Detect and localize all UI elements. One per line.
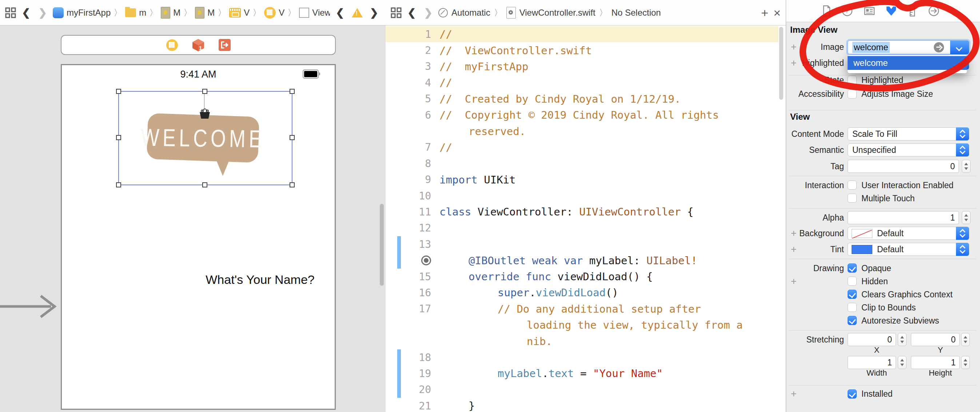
code-line[interactable]: @IBOutlet weak var myLabel: UILabel! [386, 252, 778, 268]
alpha-stepper[interactable] [962, 211, 970, 224]
image-combobox-value[interactable]: welcome [852, 42, 890, 53]
code-line[interactable]: 12 [386, 220, 778, 236]
code-line[interactable]: 3// myFirstApp [386, 59, 778, 75]
alpha-field[interactable]: 1 [848, 211, 959, 224]
jump-to-image-icon[interactable] [934, 42, 944, 53]
tint-color-well[interactable] [851, 245, 872, 254]
first-responder-icon[interactable]: 1 [192, 38, 205, 52]
code-line[interactable]: 7// [386, 139, 778, 155]
breadcrumb-item-view[interactable]: View [299, 8, 330, 18]
forward-chevron-icon[interactable]: ❯ [422, 6, 434, 19]
stretching-x-stepper[interactable] [898, 333, 907, 346]
entry-point-arrow[interactable] [0, 290, 62, 323]
file-inspector-icon[interactable] [820, 5, 833, 17]
image-view-selection[interactable] [118, 91, 293, 185]
image-combobox[interactable]: welcome [848, 40, 969, 54]
tag-field[interactable]: 0 [848, 160, 959, 173]
resize-handle[interactable] [202, 182, 207, 187]
breadcrumb-item-m[interactable]: M [161, 7, 180, 19]
identity-inspector-icon[interactable] [863, 5, 876, 17]
canvas-scrollbar[interactable] [380, 204, 384, 286]
code-line[interactable]: 6// Copyright © 2019 Cindy Royal. All ri… [386, 107, 778, 123]
tag-stepper[interactable] [962, 160, 970, 173]
breadcrumb-item-myfirstapp[interactable]: myFirstApp [53, 7, 111, 18]
connections-inspector-icon[interactable] [928, 5, 940, 17]
code-line[interactable]: 9import UIKit [386, 172, 778, 188]
view-controller-icon[interactable] [166, 39, 178, 51]
code-line[interactable]: 20 [386, 382, 778, 398]
resize-handle[interactable] [116, 182, 121, 187]
code-line[interactable]: 13 [386, 236, 778, 252]
resize-handle[interactable] [116, 89, 121, 94]
related-items-icon[interactable] [5, 7, 16, 18]
attributes-inspector-icon[interactable] [885, 5, 897, 17]
dropdown-item-welcome[interactable]: welcome [848, 56, 967, 70]
breadcrumb-item-m[interactable]: M [195, 7, 215, 19]
resize-handle[interactable] [290, 182, 295, 187]
add-editor-button[interactable]: + [761, 7, 768, 18]
stretching-y-field[interactable]: 0 [911, 333, 959, 346]
code-line[interactable]: loading the view, typically from a [386, 317, 778, 333]
size-inspector-icon[interactable] [906, 5, 918, 17]
code-line[interactable]: reserved. [386, 123, 778, 139]
installed-checkbox[interactable] [848, 390, 857, 399]
highlighted-state-checkbox[interactable] [848, 76, 857, 85]
code-line[interactable]: 8 [386, 155, 778, 171]
breadcrumb-item-v[interactable]: V [229, 8, 250, 18]
code-line[interactable]: 10 [386, 188, 778, 204]
forward-chevron-icon[interactable]: ❯ [36, 6, 49, 19]
background-color-well[interactable] [851, 229, 872, 238]
resize-handle[interactable] [290, 89, 295, 94]
drawing-checkbox-2[interactable] [848, 290, 857, 299]
add-variation-button[interactable]: + [789, 387, 798, 400]
adjusts-image-size-checkbox[interactable] [848, 89, 857, 99]
semantic-popup[interactable]: Unspecified [848, 144, 969, 156]
resize-handle[interactable] [202, 89, 207, 94]
stretching-x-field[interactable]: 0 [848, 333, 896, 346]
jump-bar-selection[interactable]: No Selection [611, 8, 661, 18]
drawing-checkbox-1[interactable] [848, 276, 857, 286]
stretching-width-stepper[interactable] [898, 356, 907, 369]
stretching-height-stepper[interactable] [961, 356, 970, 369]
code-line[interactable]: 15override func viewDidLoad() { [386, 268, 778, 284]
code-line[interactable]: nib. [386, 333, 778, 349]
content-mode-popup[interactable]: Scale To Fill [848, 128, 969, 141]
drawing-checkbox-4[interactable] [848, 316, 857, 325]
code-lines[interactable]: 1//2// ViewController.swift3// myFirstAp… [386, 26, 778, 412]
resize-handle[interactable] [290, 135, 295, 140]
stretching-width-field[interactable]: 1 [848, 356, 896, 369]
quick-help-inspector-icon[interactable]: ? [841, 5, 853, 17]
previous-issue-icon[interactable]: ❮ [334, 6, 346, 19]
drawing-checkbox-0[interactable] [848, 263, 857, 273]
combobox-dropdown-icon[interactable] [950, 40, 969, 54]
next-issue-icon[interactable]: ❯ [368, 6, 380, 19]
interaction-checkbox-1[interactable] [848, 194, 857, 203]
warning-icon[interactable] [352, 8, 363, 18]
code-line[interactable]: 21} [386, 398, 778, 412]
jump-bar-scope[interactable]: Automatic [452, 8, 490, 18]
counterpart-icon[interactable] [438, 8, 448, 18]
breadcrumb-item-m[interactable]: m [125, 8, 146, 18]
code-line[interactable]: 16super.viewDidLoad() [386, 284, 778, 301]
back-chevron-icon[interactable]: ❮ [405, 6, 418, 19]
code-scrollbar[interactable] [779, 27, 783, 100]
code-line[interactable]: 1// [386, 26, 778, 42]
background-popup[interactable]: Default [848, 227, 969, 240]
jump-bar-file[interactable]: ViewController.swift [519, 8, 595, 18]
close-editor-button[interactable]: × [773, 7, 781, 18]
code-line[interactable]: 11class ViewController: UIViewController… [386, 204, 778, 220]
resize-handle[interactable] [116, 135, 121, 140]
code-line[interactable]: 2// ViewController.swift [386, 42, 778, 58]
breadcrumb-item-v[interactable]: V [264, 7, 285, 19]
name-label[interactable]: What's Your Name? [123, 273, 386, 287]
stretching-y-stepper[interactable] [961, 333, 970, 346]
stretching-height-field[interactable]: 1 [911, 356, 959, 369]
outlet-connection-icon[interactable] [421, 256, 431, 265]
back-chevron-icon[interactable]: ❮ [20, 6, 32, 19]
code-line[interactable]: 19myLabel.text = "Your Name" [386, 366, 778, 382]
drawing-checkbox-3[interactable] [848, 303, 857, 312]
exit-icon[interactable] [219, 39, 231, 51]
related-items-icon[interactable] [391, 7, 402, 18]
code-line[interactable]: 4// [386, 75, 778, 91]
interaction-checkbox-0[interactable] [848, 180, 857, 190]
